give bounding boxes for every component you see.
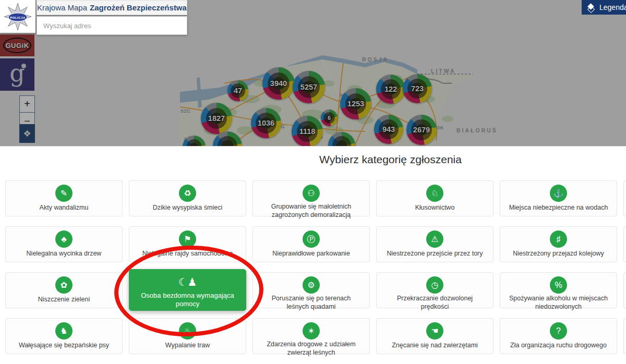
- panel-title: Wybierz kategorię zgłoszenia: [319, 153, 462, 166]
- category-label: Przekraczanie dozwolonej prędkości: [377, 295, 493, 314]
- category-tile-walesajace-sie-bezpanskie-psy[interactable]: ♞ Wałęsające się bezpańskie psy: [5, 318, 123, 354]
- category-tile-niestrzezone-przejscie-przez-tory[interactable]: ⚠ Niestrzeżone przejście przez tory: [376, 226, 493, 262]
- category-icon: ♯: [550, 230, 567, 248]
- category-icon-glyph: ♨: [184, 327, 191, 335]
- policja-star-icon: POLICJA: [2, 2, 33, 31]
- category-tile-dzikie-wysypiska-smieci[interactable]: ♻ Dzikie wysypiska śmieci: [129, 180, 246, 216]
- category-icon: ⚓: [550, 185, 567, 202]
- layers-icon: [587, 4, 595, 11]
- app-title-bold: Zagrożeń Bezpieczeństwa: [90, 3, 187, 12]
- category-icon: ☚: [426, 322, 443, 339]
- category-tile-niestrzezony-przejazd-kolejowy[interactable]: ♯ Niestrzeżony przejazd kolejowy: [500, 226, 617, 262]
- category-icon: ⚇: [303, 185, 320, 202]
- category-icon-glyph: ♞: [60, 327, 67, 335]
- category-tile-cut-off-4[interactable]: [623, 318, 626, 354]
- category-icon-glyph: ⚠: [431, 235, 438, 244]
- category-icon-glyph: ✎: [61, 189, 67, 198]
- category-icon: ✶: [303, 322, 320, 339]
- category-tile-osoba-bezdomna-wymagajaca-pomocy[interactable]: ☾♟ Osoba bezdomna wymagająca pomocy: [129, 269, 246, 311]
- svg-text:POLICJA: POLICJA: [10, 16, 26, 19]
- category-label: Osoba bezdomna wymagająca pomocy: [129, 292, 246, 312]
- category-icon-glyph: ☾♟: [178, 277, 197, 287]
- category-label: Zdarzenia drogowe z udziałem zwierząt le…: [253, 341, 369, 360]
- address-search-input[interactable]: [37, 17, 187, 34]
- category-label: Akty wandalizmu: [31, 203, 97, 216]
- category-icon: ♣: [55, 230, 73, 248]
- category-icon-glyph: ⚑: [184, 235, 191, 244]
- category-label: Zła organizacja ruchu drogowego: [502, 341, 615, 354]
- category-label: Kłusownictwo: [407, 203, 463, 216]
- category-icon: ◷: [426, 276, 443, 294]
- category-label: Spożywanie alkoholu w miejscach niedozwo…: [500, 295, 617, 314]
- category-tile-akty-wandalizmu[interactable]: ✎ Akty wandalizmu: [5, 180, 123, 216]
- category-label: Dzikie wysypiska śmieci: [145, 203, 231, 216]
- category-tile-cut-off-2[interactable]: [623, 226, 626, 262]
- category-label: Wypalanie traw: [157, 341, 218, 354]
- category-tile-cut-off-3[interactable]: [623, 272, 626, 308]
- category-icon: ⚠: [426, 230, 443, 248]
- category-label: Niestrzeżony przejazd kolejowy: [504, 249, 612, 262]
- category-tile-zla-organizacja-ruchu-drogowego[interactable]: ? Zła organizacja ruchu drogowego: [500, 318, 617, 354]
- category-icon: ♞: [55, 322, 73, 339]
- category-tile-nielegalne-rajdy-samochodowe[interactable]: ⚑ Nielegalne rajdy samochodowe: [129, 226, 246, 262]
- category-icon-glyph: ♘: [431, 189, 438, 198]
- category-tile-cut-off-1[interactable]: [623, 180, 626, 216]
- category-label: Nieprawidłowe parkowanie: [264, 249, 358, 262]
- category-tile-przekraczanie-dozwolonej-predkosci[interactable]: ◷ Przekraczanie dozwolonej prędkości: [376, 272, 493, 308]
- category-label: Niszczenie zieleni: [30, 295, 98, 308]
- category-label: Nielegalne rajdy samochodowe: [134, 249, 242, 262]
- category-icon-glyph: ⚓: [553, 189, 564, 198]
- category-icon: ♨: [179, 322, 196, 339]
- category-label: Wałęsające się bezpańskie psy: [10, 341, 117, 354]
- category-label: Niestrzeżone przejście przez tory: [378, 249, 491, 262]
- category-grid: ✎ Akty wandalizmu ♻ Dzikie wysypiska śmi…: [5, 180, 626, 354]
- category-icon: ⚙: [303, 276, 320, 294]
- category-tile-miejsca-niebezpieczne-na-wodach[interactable]: ⚓ Miejsca niebezpieczne na wodach: [500, 180, 617, 216]
- category-label: Nielegalna wycinka drzew: [18, 249, 110, 262]
- category-icon-glyph: ☚: [431, 327, 438, 335]
- legend-button[interactable]: Legenda: [582, 0, 626, 15]
- category-tile-niszczenie-zieleni[interactable]: ✿ Niszczenie zieleni: [5, 272, 123, 308]
- category-icon: ?: [550, 322, 567, 339]
- category-panel: Wybierz kategorię zgłoszenia ✎ Akty wand…: [0, 146, 626, 364]
- category-icon: ⚑: [179, 230, 196, 248]
- category-icon: ✿: [55, 276, 73, 294]
- category-icon-glyph: ✶: [308, 327, 315, 335]
- category-label: Miejsca niebezpieczne na wodach: [501, 203, 617, 216]
- app-title-bar: Krajowa Mapa Zagrożeń Bezpieczeństwa: [37, 0, 187, 15]
- category-tile-nieprawidlowe-parkowanie[interactable]: Ⓟ Nieprawidłowe parkowanie: [252, 226, 370, 262]
- category-tile-klusownictwo[interactable]: ♘ Kłusownictwo: [376, 180, 493, 216]
- category-icon: ♻: [179, 185, 196, 202]
- category-icon-glyph: ◷: [431, 281, 439, 289]
- legend-label: Legenda: [599, 3, 626, 11]
- category-icon: ☾♟: [179, 273, 196, 290]
- category-icon-glyph: Ⓟ: [307, 235, 316, 244]
- category-label: Grupowanie się małoletnich zagrożonych d…: [253, 203, 369, 222]
- category-icon-glyph: ♯: [557, 235, 561, 244]
- address-search-box: [37, 16, 187, 35]
- map-section: ROSJALITWABIAŁORUŚ SZCŃSKBYDGSTOKNZÓWSKI…: [0, 0, 626, 146]
- category-tile-grupowanie-sie-maloletnich[interactable]: ⚇ Grupowanie się małoletnich zagrożonych…: [252, 180, 370, 216]
- category-icon: Ⓟ: [303, 230, 320, 248]
- category-tile-wypalanie-traw[interactable]: ♨ Wypalanie traw: [129, 318, 246, 354]
- category-icon: ♘: [426, 185, 443, 202]
- app-title-regular: Krajowa Mapa: [37, 3, 87, 12]
- category-icon-glyph: ⚇: [307, 189, 315, 198]
- category-icon: %: [550, 276, 567, 294]
- category-icon-glyph: ⚙: [307, 281, 315, 289]
- policja-logo: POLICJA: [0, 0, 35, 33]
- category-tile-znecanie-sie-nad-zwierzetami[interactable]: ☚ Znęcanie się nad zwierzętami: [376, 318, 493, 354]
- category-label: Znęcanie się nad zwierzętami: [383, 341, 486, 354]
- category-tile-nielegalna-wycinka-drzew[interactable]: ♣ Nielegalna wycinka drzew: [5, 226, 123, 262]
- category-icon-glyph: ♻: [184, 189, 191, 198]
- category-icon-glyph: ✿: [61, 281, 67, 289]
- category-tile-poruszanie-sie-po-terenach-lesnych-quadami[interactable]: ⚙ Poruszanie się po terenach leśnych qua…: [252, 272, 370, 308]
- category-icon-glyph: ?: [556, 327, 561, 335]
- category-icon: ✎: [55, 185, 73, 202]
- category-tile-spozywanie-alkoholu[interactable]: % Spożywanie alkoholu w miejscach niedoz…: [500, 272, 617, 308]
- category-icon-glyph: %: [555, 281, 562, 289]
- category-icon-glyph: ♣: [61, 235, 67, 244]
- category-tile-zdarzenia-drogowe-ze-zwierzetami[interactable]: ✶ Zdarzenia drogowe z udziałem zwierząt …: [252, 318, 370, 354]
- category-label: Poruszanie się po terenach leśnych quada…: [253, 295, 369, 314]
